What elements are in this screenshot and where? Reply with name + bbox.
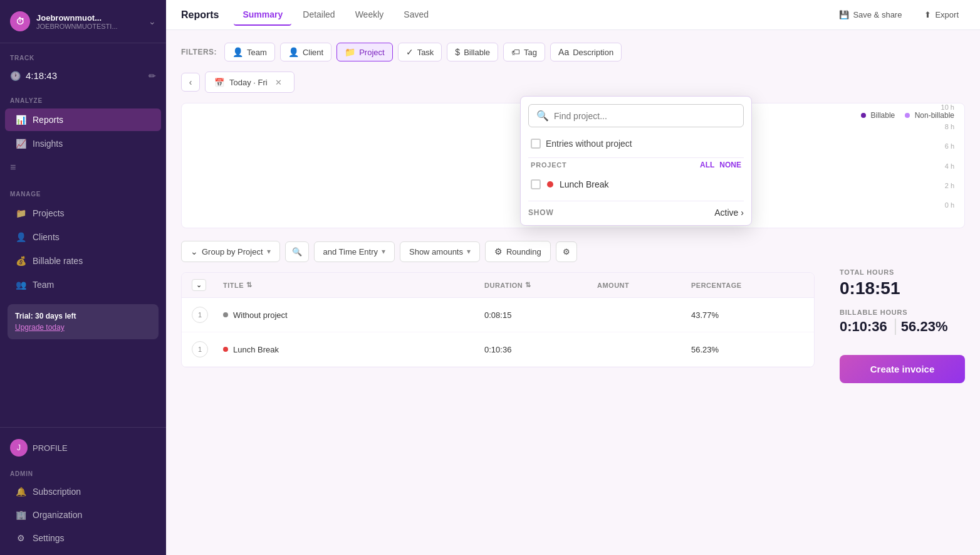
sidebar-item-label-settings: Settings (33, 533, 65, 543)
filter-project-label: Project (359, 48, 384, 57)
expand-all-button[interactable]: ⌄ (192, 279, 206, 291)
sidebar-item-billable-rates[interactable]: 💰 Billable rates (5, 250, 161, 272)
subscription-icon: 🔔 (15, 487, 26, 497)
sidebar-item-label-organization: Organization (33, 510, 82, 520)
header-duration: DURATION ⇅ (484, 279, 597, 291)
show-value-button[interactable]: Active › (714, 208, 744, 218)
filter-tag[interactable]: 🏷 Tag (503, 43, 545, 61)
project-search-box: 🔍 (528, 104, 744, 127)
row-title: Lunch Break (233, 345, 279, 354)
tab-saved[interactable]: Saved (395, 4, 437, 26)
show-amounts-chevron: ▾ (467, 247, 471, 256)
clock-icon: 🕐 (10, 71, 21, 81)
insights-icon: 📈 (15, 139, 26, 149)
sidebar-item-label-projects: Projects (33, 208, 65, 218)
header-amount: AMOUNT (597, 279, 691, 291)
date-prev-button[interactable]: ‹ (181, 73, 200, 92)
time-entry-chevron: ▾ (382, 247, 385, 256)
duration-sort-icon[interactable]: ⇅ (525, 281, 531, 289)
project-filter-icon: 📁 (345, 47, 355, 57)
timer-edit-icon[interactable]: ✏ (149, 71, 156, 81)
expand-icon: ⌄ (190, 246, 198, 256)
rounding-settings-button[interactable]: ⚙ (556, 241, 577, 262)
sidebar-item-label-clients: Clients (33, 232, 60, 242)
topnav: Reports Summary Detailed Weekly Saved 💾 … (166, 0, 980, 30)
billable-row: 0:10:36 56.23% (840, 319, 965, 335)
upgrade-link[interactable]: Upgrade today (15, 323, 65, 332)
sidebar-item-subscription[interactable]: 🔔 Subscription (5, 480, 161, 503)
sidebar-item-organization[interactable]: 🏢 Organization (5, 504, 161, 526)
row-num-cell: 1 (192, 307, 223, 323)
project-item-lunch-break[interactable]: Lunch Break (528, 174, 744, 194)
tab-weekly[interactable]: Weekly (347, 4, 393, 26)
row-duration-cell: 0:10:36 (484, 345, 597, 354)
filter-description[interactable]: Aa Description (550, 43, 622, 61)
projects-icon: 📁 (15, 208, 26, 218)
show-amounts-button[interactable]: Show amounts ▾ (400, 241, 480, 262)
date-clear-button[interactable]: ✕ (273, 76, 285, 88)
export-icon: ⬆ (924, 10, 931, 19)
profile-button[interactable]: J PROFILE (0, 433, 166, 463)
chart-y-labels: 10 h 8 h 6 h 4 h 2 h 0 h (941, 103, 954, 209)
show-label: SHOW (528, 208, 554, 217)
filter-project[interactable]: 📁 Project (336, 43, 392, 61)
table-row: 1 Without project 0:08:15 43.77% (182, 298, 814, 332)
entries-without-project-item[interactable]: Entries without project (528, 134, 744, 154)
sidebar-item-reports[interactable]: 📊 Reports (5, 108, 161, 131)
content-area: FILTERS: 👤 Team 👤 Client 📁 Project ✓ Tas… (166, 30, 980, 555)
search-icon: 🔍 (292, 247, 302, 256)
y-label-2h: 2 h (941, 182, 954, 189)
row-percentage-cell: 56.23% (691, 345, 804, 354)
group-by-button[interactable]: ⌄ Group by Project ▾ (181, 241, 280, 262)
topnav-title: Reports (181, 9, 219, 21)
project-search-input[interactable] (554, 111, 736, 121)
none-projects-button[interactable]: NONE (719, 161, 741, 169)
sidebar-user-info: Joebrownmuot... JOEBROWNMUOTESTI... (36, 13, 142, 30)
search-button[interactable]: 🔍 (285, 241, 309, 262)
create-invoice-button[interactable]: Create invoice (840, 355, 965, 383)
search-box-icon: 🔍 (536, 110, 549, 122)
billable-hours-label: BILLABLE HOURS (840, 309, 965, 316)
sidebar-item-insights[interactable]: 📈 Insights (5, 132, 161, 155)
header-expand: ⌄ (192, 279, 223, 291)
billable-percent: 56.23% (895, 319, 948, 335)
y-label-4h: 4 h (941, 162, 954, 170)
filter-task[interactable]: ✓ Task (398, 43, 442, 61)
total-hours-label: TOTAL HOURS (840, 268, 965, 276)
tab-detailed[interactable]: Detailed (294, 4, 343, 26)
total-hours-box: TOTAL HOURS 0:18:51 (840, 268, 965, 299)
trial-title: Trial: 30 days left (15, 312, 151, 320)
filters-row: FILTERS: 👤 Team 👤 Client 📁 Project ✓ Tas… (181, 43, 965, 61)
lunch-break-checkbox[interactable] (531, 179, 541, 189)
collapse-icon[interactable]: ≡ (0, 156, 166, 179)
manage-section-label: MANAGE (0, 179, 166, 201)
filter-billable[interactable]: $ Billable (447, 43, 498, 61)
sidebar-item-settings[interactable]: ⚙ Settings (5, 527, 161, 549)
track-section-label: TRACK (0, 43, 166, 65)
sidebar-item-clients[interactable]: 👤 Clients (5, 226, 161, 248)
row-title-cell: Without project (223, 310, 484, 320)
filter-client[interactable]: 👤 Client (280, 43, 331, 61)
export-button[interactable]: ⬆ Export (918, 6, 965, 23)
filter-team[interactable]: 👤 Team (224, 43, 275, 61)
show-amounts-label: Show amounts (409, 247, 463, 256)
y-label-0h: 0 h (941, 201, 954, 209)
tab-summary[interactable]: Summary (234, 4, 291, 26)
y-label-8h: 8 h (941, 123, 954, 130)
sidebar-item-projects[interactable]: 📁 Projects (5, 202, 161, 225)
time-entry-button[interactable]: and Time Entry ▾ (314, 241, 395, 262)
rounding-button[interactable]: ⚙ Rounding (485, 241, 551, 262)
entries-without-checkbox[interactable] (531, 139, 541, 149)
all-projects-button[interactable]: ALL (700, 161, 714, 169)
rounding-toggle-icon: ⚙ (494, 246, 503, 256)
sidebar-item-team[interactable]: 👥 Team (5, 273, 161, 296)
rounding-label: Rounding (506, 247, 541, 256)
save-share-button[interactable]: 💾 Save & share (833, 6, 908, 23)
app-logo: ⏱ (10, 11, 30, 31)
clients-icon: 👤 (15, 232, 26, 242)
save-icon: 💾 (839, 10, 849, 19)
filter-description-label: Description (573, 48, 613, 57)
sidebar-user-chevron[interactable]: ⌄ (149, 16, 156, 26)
billable-hours-box: BILLABLE HOURS 0:10:36 56.23% (840, 309, 965, 335)
title-sort-icon[interactable]: ⇅ (246, 281, 253, 289)
